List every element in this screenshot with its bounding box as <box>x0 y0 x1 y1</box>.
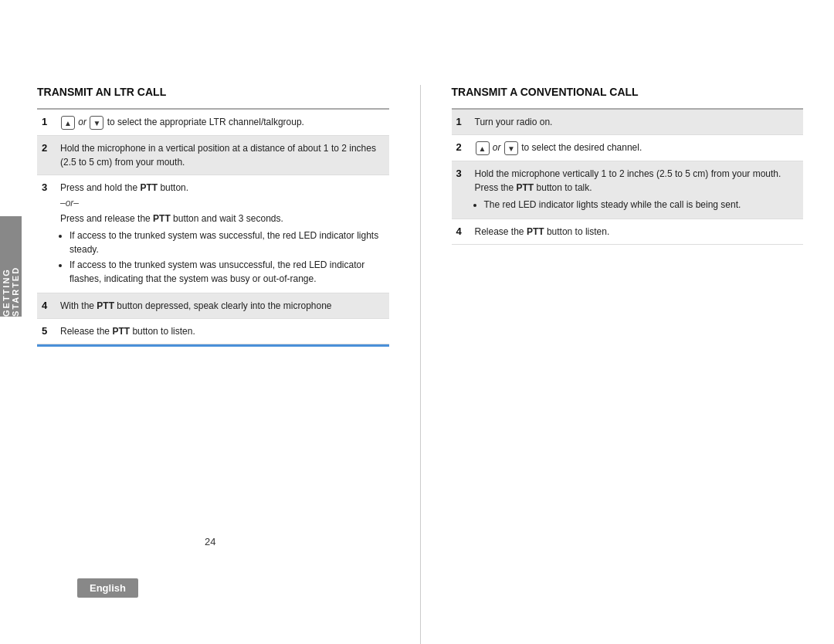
step-number: 2 <box>42 141 54 154</box>
step-content: Turn your radio on. <box>475 115 799 129</box>
up-arrow-icon: ▲ <box>476 141 490 155</box>
down-arrow-icon: ▼ <box>504 141 518 155</box>
right-steps: 1 Turn your radio on. 2 ▲ or ▼ to select… <box>452 108 804 245</box>
left-section-title: TRANSMIT AN LTR CALL <box>37 85 389 99</box>
step-content: ▲ or ▼ to select the appropriate LTR cha… <box>60 115 385 130</box>
up-arrow-icon: ▲ <box>61 116 75 130</box>
table-row: 1 Turn your radio on. <box>452 110 804 135</box>
step-number: 4 <box>456 225 469 237</box>
step-number: 3 <box>456 167 469 179</box>
left-steps: 1 ▲ or ▼ to select the appropriate LTR c… <box>37 108 389 347</box>
table-row: 2 ▲ or ▼ to select the desired channel. <box>452 135 804 161</box>
down-arrow-icon: ▼ <box>90 116 103 130</box>
page-container: GETTING STARTED TRANSMIT AN LTR CALL 1 ▲… <box>0 0 834 644</box>
step-content: Release the PTT button to listen. <box>60 324 385 338</box>
step-number: 5 <box>42 324 54 337</box>
step-number: 4 <box>42 299 54 311</box>
table-row: 3 Hold the microphone vertically 1 to 2 … <box>452 161 804 219</box>
step-number: 2 <box>456 141 469 153</box>
main-content: TRANSMIT AN LTR CALL 1 ▲ or ▼ to select … <box>37 85 803 644</box>
step-number: 1 <box>456 115 469 127</box>
step-content: Release the PTT button to listen. <box>475 225 799 239</box>
step-content: With the PTT button depressed, speak cle… <box>60 299 385 313</box>
step-content: ▲ or ▼ to select the desired channel. <box>475 141 799 155</box>
step-content: Hold the microphone vertically 1 to 2 in… <box>475 167 799 213</box>
step-number: 1 <box>42 115 54 127</box>
right-column: TRANSMIT A CONVENTIONAL CALL 1 Turn your… <box>452 85 804 644</box>
column-divider <box>420 85 421 644</box>
table-row: 5 Release the PTT button to listen. <box>37 319 389 344</box>
table-row: 3 Press and hold the PTT button. –or– Pr… <box>37 175 389 293</box>
sidebar-tab-label: GETTING STARTED <box>2 216 20 317</box>
table-row: 4 With the PTT button depressed, speak c… <box>37 293 389 319</box>
table-row: 4 Release the PTT button to listen. <box>452 219 804 245</box>
sidebar-tab: GETTING STARTED <box>0 216 22 317</box>
right-section-title: TRANSMIT A CONVENTIONAL CALL <box>452 85 804 99</box>
left-column: TRANSMIT AN LTR CALL 1 ▲ or ▼ to select … <box>37 85 389 644</box>
table-row: 1 ▲ or ▼ to select the appropriate LTR c… <box>37 110 389 136</box>
page-number: 24 <box>205 536 215 547</box>
table-row: 2 Hold the microphone in a vertical posi… <box>37 136 389 175</box>
step-content: Press and hold the PTT button. –or– Pres… <box>60 181 385 287</box>
step-content: Hold the microphone in a vertical positi… <box>60 141 385 169</box>
english-badge: English <box>77 578 138 598</box>
step-number: 3 <box>42 181 54 193</box>
